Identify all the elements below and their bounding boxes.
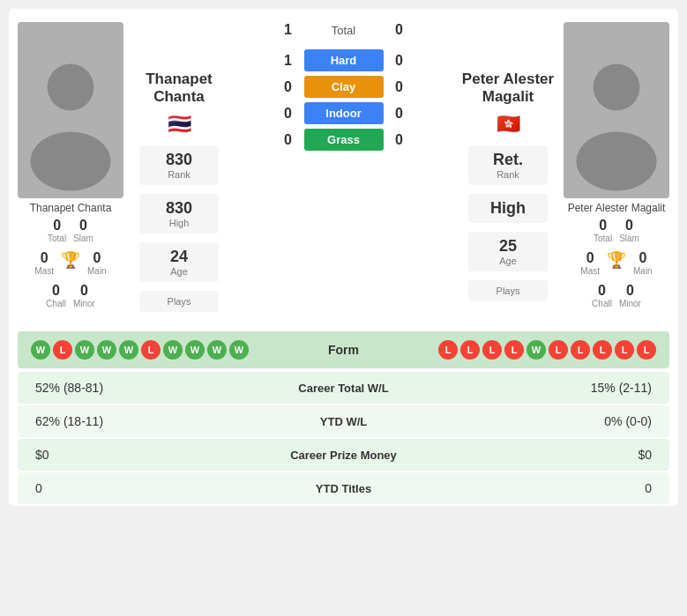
hard-score-p1: 1 [280, 53, 297, 69]
indoor-row: 0 Indoor 0 [235, 102, 452, 124]
form-badge: W [185, 340, 205, 360]
form-section: WLWWWLWWWW Form LLLLWLLLLL [18, 331, 669, 368]
player-comparison: Thanapet Chanta 0 Total 0 Slam 0 Mast 🏆 [9, 9, 678, 328]
grass-score-p2: 0 [391, 132, 408, 148]
player2-rank-box: Ret. Rank [468, 145, 548, 185]
center-section: 1 Total 0 1 Hard 0 0 Clay 0 [235, 22, 452, 315]
ytd-wl-row: 62% (18-11) YTD W/L 0% (0-0) [18, 405, 669, 437]
player2-mast: 0 Mast [580, 250, 600, 276]
form-badge: W [75, 340, 94, 360]
form-badge: L [637, 340, 656, 360]
player2-main: 0 Main [633, 250, 653, 276]
player1-stats-row3: 0 Chall 0 Minor [46, 283, 95, 308]
career-wl-label: Career Total W/L [228, 382, 459, 395]
player1-career-prize: $0 [35, 448, 228, 462]
player1-stats-row1: 0 Total 0 Slam [48, 218, 93, 243]
clay-score-p2: 0 [391, 79, 408, 95]
svg-point-1 [30, 131, 110, 190]
player2-ytd-wl: 0% (0-0) [459, 414, 652, 428]
player1-slam: 0 Slam [73, 218, 93, 243]
player1-rank-box: 830 Rank [139, 145, 219, 185]
player1-stats-row2: 0 Mast 🏆 0 Main [34, 250, 106, 276]
player2-minor: 0 Minor [619, 283, 641, 308]
player1-form-badges: WLWWWLWWWW [31, 340, 249, 360]
indoor-score-p1: 0 [280, 106, 297, 122]
grass-score-p1: 0 [280, 132, 297, 148]
clay-row: 0 Clay 0 [235, 76, 452, 98]
player1-high-box: 830 High [139, 194, 219, 234]
total-score-p1: 1 [280, 22, 297, 38]
form-badge: L [571, 340, 590, 360]
player2-slam: 0 Slam [619, 218, 639, 243]
form-badge: W [31, 340, 50, 360]
player2-stats-row2: 0 Mast 🏆 0 Main [580, 250, 652, 276]
svg-point-0 [48, 64, 94, 111]
form-badge: W [229, 340, 249, 360]
form-badge: L [549, 340, 568, 360]
player1-main: 0 Main [87, 250, 107, 276]
indoor-score-p2: 0 [391, 106, 408, 122]
player2-career-wl: 15% (2-11) [459, 381, 652, 395]
hard-btn: Hard [304, 49, 384, 71]
career-wl-row: 52% (88-81) Career Total W/L 15% (2-11) [18, 372, 669, 404]
player2-age-box: 25 Age [468, 232, 548, 271]
player2-heading-name: Peter Alester Magalit [459, 71, 556, 106]
form-badge: W [163, 340, 183, 360]
form-badge: L [460, 340, 480, 360]
ytd-titles-row: 0 YTD Titles 0 [18, 472, 669, 504]
player1-mast: 0 Mast [34, 250, 54, 276]
form-badge: W [119, 340, 138, 360]
player2-ytd-titles: 0 [459, 481, 652, 495]
player1-section: Thanapet Chanta 0 Total 0 Slam 0 Mast 🏆 [18, 22, 123, 315]
player2-high-box: High [468, 194, 548, 223]
form-badge: L [141, 340, 161, 360]
career-prize-label: Career Prize Money [228, 449, 459, 462]
total-label: Total [304, 24, 384, 37]
player1-plays-box: Plays [139, 291, 219, 312]
player2-chall: 0 Chall [592, 283, 612, 308]
player1-photo [18, 22, 123, 198]
player1-flag: 🇹🇭 [168, 113, 191, 136]
player2-total: 0 Total [594, 218, 612, 243]
form-badge: W [207, 340, 227, 360]
form-badge: L [482, 340, 502, 360]
player1-total: 0 Total [48, 218, 66, 243]
clay-btn: Clay [304, 76, 384, 98]
form-badge: L [593, 340, 612, 360]
total-row: 1 Total 0 [280, 22, 408, 38]
player2-stats-row3: 0 Chall 0 Minor [592, 283, 641, 308]
svg-point-2 [594, 64, 640, 111]
indoor-btn: Indoor [304, 102, 384, 124]
player1-career-wl: 52% (88-81) [35, 381, 228, 395]
player1-name-below: Thanapet Chanta [30, 202, 112, 214]
form-label: Form [328, 343, 359, 357]
player1-chall: 0 Chall [46, 283, 66, 308]
player2-section: Peter Alester Magalit 0 Total 0 Slam 0 M… [564, 22, 669, 315]
player2-boxes: Peter Alester Magalit 🇭🇰 Ret. Rank High … [459, 71, 556, 315]
svg-point-3 [576, 131, 656, 190]
form-badge: L [504, 340, 524, 360]
player1-heading-name: Thanapet Chanta [131, 71, 228, 106]
clay-score-p1: 0 [280, 79, 297, 95]
career-prize-row: $0 Career Prize Money $0 [18, 439, 669, 471]
grass-btn: Grass [304, 129, 384, 151]
player2-trophy-icon: 🏆 [607, 250, 626, 276]
player1-boxes: Thanapet Chanta 🇹🇭 830 Rank 830 High 24 … [131, 71, 228, 315]
hard-row: 1 Hard 0 [235, 49, 452, 71]
ytd-wl-label: YTD W/L [228, 415, 459, 428]
player2-career-prize: $0 [459, 448, 652, 462]
total-score-p2: 0 [391, 22, 408, 38]
surface-rows: 1 Hard 0 0 Clay 0 0 Indoor 0 [235, 45, 452, 155]
form-badge: W [526, 340, 546, 360]
player1-minor: 0 Minor [73, 283, 95, 308]
player2-flag: 🇭🇰 [497, 113, 520, 136]
form-badge: L [438, 340, 458, 360]
player1-trophy-icon: 🏆 [61, 250, 80, 276]
form-badge: L [53, 340, 72, 360]
player2-form-badges: LLLLWLLLLL [438, 340, 656, 360]
grass-row: 0 Grass 0 [235, 129, 452, 151]
form-badge: L [615, 340, 634, 360]
ytd-titles-label: YTD Titles [228, 482, 459, 495]
player1-ytd-wl: 62% (18-11) [35, 414, 228, 428]
player2-stats-row1: 0 Total 0 Slam [594, 218, 639, 243]
